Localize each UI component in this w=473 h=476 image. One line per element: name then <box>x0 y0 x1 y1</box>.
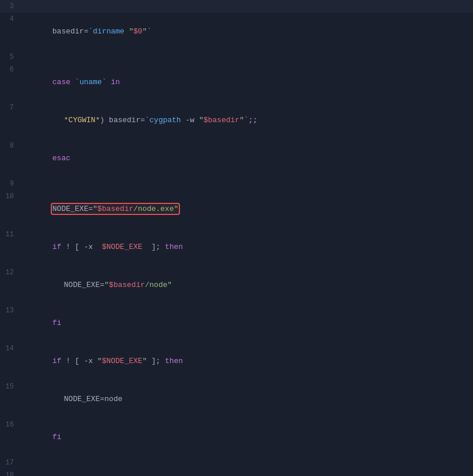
code-line-10: 10 NODE_EXE="$basedir/node.exe" <box>0 190 473 228</box>
line-number-5: 5 <box>0 51 22 63</box>
code-line-18: 18 NPM_CLI_JS="$basedir/node_modules/npm… <box>0 469 473 476</box>
code-line-4: 4 basedir=`dirname "$0"` <box>0 13 473 51</box>
code-line-15: 15 NODE_EXE=node <box>0 380 473 418</box>
code-line-7: 7 *CYGWIN*) basedir=`cygpath -w "$basedi… <box>0 101 473 139</box>
line-number-10: 10 <box>0 190 22 228</box>
code-line-5: 5 <box>0 51 473 63</box>
line-number-6: 6 <box>0 63 22 101</box>
line-number-8: 8 <box>0 139 22 177</box>
code-line-3: 3 <box>0 0 473 13</box>
line-number-15: 15 <box>0 380 22 418</box>
code-line-11: 11 if ! [ -x $NODE_EXE ]; then <box>0 228 473 266</box>
code-line-16: 16 fi <box>0 418 473 456</box>
line-number-11: 11 <box>0 228 22 266</box>
line-number-13: 13 <box>0 304 22 342</box>
line-number-16: 16 <box>0 418 22 456</box>
line-number-3: 3 <box>0 0 22 13</box>
code-line-17: 17 <box>0 456 473 469</box>
line-number-4: 4 <box>0 13 22 51</box>
code-line-12: 12 NODE_EXE="$basedir/node" <box>0 266 473 304</box>
line-number-9: 9 <box>0 177 22 190</box>
line-number-14: 14 <box>0 342 22 380</box>
line-number-12: 12 <box>0 266 22 304</box>
code-line-13: 13 fi <box>0 304 473 342</box>
code-line-9: 9 <box>0 177 473 190</box>
code-line-14: 14 if ! [ -x "$NODE_EXE" ]; then <box>0 342 473 380</box>
line-number-7: 7 <box>0 101 22 139</box>
code-editor: 3 4 basedir=`dirname "$0"` 5 6 case `una… <box>0 0 473 476</box>
line-number-17: 17 <box>0 456 22 469</box>
code-line-6: 6 case `uname` in <box>0 63 473 101</box>
highlight-node-exe: NODE_EXE="$basedir/node.exe" <box>52 205 178 213</box>
code-line-8: 8 esac <box>0 139 473 177</box>
line-number-18: 18 <box>0 469 22 476</box>
